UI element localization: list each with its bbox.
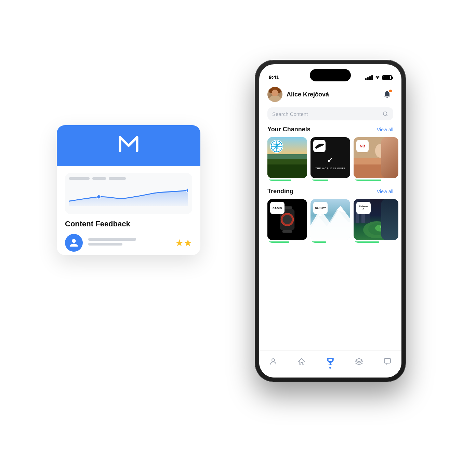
callaway-progress <box>354 241 379 243</box>
app-logo <box>118 135 139 156</box>
status-time: 9:41 <box>269 74 279 80</box>
callaway-logo: Callaway ✓ <box>356 202 371 214</box>
channel-card-nike[interactable]: ✓ THE WORLD IS OURS <box>310 137 350 181</box>
phone: 9:41 <box>255 60 406 382</box>
nb-logo: NB <box>356 140 369 152</box>
nike-image: ✓ THE WORLD IS OURS <box>310 137 350 178</box>
oakley-progress <box>310 241 326 243</box>
chart-area <box>65 173 192 214</box>
user-avatar <box>267 87 282 102</box>
feedback-card: Content Feedback ★★ <box>57 125 200 255</box>
trending-card-casio[interactable]: CASIO <box>267 199 307 243</box>
chat-icon <box>383 357 392 366</box>
chart-svg <box>69 183 188 207</box>
feedback-title: Content Feedback <box>65 220 192 228</box>
svg-point-34 <box>282 215 292 224</box>
chart-labels <box>69 177 188 180</box>
channels-grid: BAYER AG <box>267 137 393 181</box>
user-name: Alice Krejčová <box>287 91 377 98</box>
feedback-user-row: ★★ <box>65 234 192 252</box>
bottom-nav <box>259 350 401 378</box>
trending-title: Trending <box>267 188 293 195</box>
channels-title: Your Channels <box>267 126 310 133</box>
signal-icon <box>365 75 373 80</box>
notification-dot <box>389 90 392 92</box>
channels-section: Your Channels View all <box>259 126 401 181</box>
svg-point-1 <box>186 188 188 193</box>
bayer-logo: BAYER AG <box>270 140 283 153</box>
bayer-image: BAYER AG <box>267 137 307 178</box>
nike-progress <box>310 180 328 181</box>
chart-label-bar <box>109 177 126 180</box>
feedback-stars: ★★ <box>175 237 192 249</box>
nav-item-learn[interactable] <box>355 357 363 366</box>
trophy-icon <box>326 357 335 366</box>
feedback-card-header <box>57 125 200 166</box>
trending-section: Trending View all <box>259 188 401 243</box>
channels-view-all[interactable]: View all <box>377 127 393 132</box>
nav-item-profile[interactable] <box>269 357 277 366</box>
nb-progress <box>354 180 381 181</box>
status-icons <box>365 75 392 80</box>
trending-view-all[interactable]: View all <box>377 189 393 194</box>
bell-button[interactable] <box>381 88 393 101</box>
feedback-avatar <box>65 234 83 252</box>
feedback-card-body: Content Feedback ★★ <box>57 166 200 255</box>
svg-point-48 <box>272 359 275 361</box>
scene: Content Feedback ★★ <box>50 50 426 426</box>
profile-icon <box>269 357 277 366</box>
oakley-logo: OAKLEY <box>313 202 328 214</box>
app-header: Alice Krejčová <box>259 83 401 105</box>
dynamic-island <box>310 69 351 81</box>
search-bar[interactable]: Search Content <box>267 107 393 120</box>
svg-rect-12 <box>267 164 307 178</box>
nike-logo <box>313 140 326 152</box>
trending-grid: CASIO <box>267 199 393 243</box>
phone-outer: 9:41 <box>255 60 406 382</box>
casio-progress <box>267 241 289 243</box>
trending-section-header: Trending View all <box>267 188 393 195</box>
wifi-icon <box>375 76 380 80</box>
channel-overflow-card <box>381 137 398 178</box>
phone-content: Alice Krejčová Search Content <box>259 83 401 378</box>
book-icon <box>355 357 363 366</box>
feedback-bar-short <box>88 243 122 246</box>
casio-image: CASIO <box>267 199 307 240</box>
svg-point-0 <box>97 195 101 199</box>
phone-inner: 9:41 <box>259 64 401 378</box>
battery-icon <box>382 75 392 80</box>
nav-item-chat[interactable] <box>383 357 392 366</box>
svg-point-7 <box>272 90 278 96</box>
trending-wrapper: CASIO <box>267 199 393 243</box>
chart-label-bar <box>92 177 106 180</box>
trending-card-oakley[interactable]: OAKLEY <box>310 199 350 243</box>
feedback-user-info <box>88 238 167 248</box>
chart-label-bar <box>69 177 90 180</box>
search-icon <box>382 111 388 117</box>
channels-wrapper: BAYER AG <box>267 137 393 181</box>
svg-rect-30 <box>282 230 292 233</box>
svg-text:✓: ✓ <box>327 156 334 164</box>
trending-overflow-card <box>381 199 398 240</box>
svg-text:AG: AG <box>276 147 278 149</box>
oakley-image: OAKLEY <box>310 199 350 240</box>
search-placeholder: Search Content <box>272 111 380 117</box>
channels-section-header: Your Channels View all <box>267 126 393 133</box>
home-icon <box>298 357 306 366</box>
channel-card-bayer[interactable]: BAYER AG <box>267 137 307 181</box>
avatar-image <box>267 87 282 102</box>
active-nav-dot <box>329 367 331 369</box>
nav-item-trophy[interactable] <box>326 357 335 366</box>
nav-item-home[interactable] <box>298 357 306 366</box>
bayer-progress <box>267 180 291 181</box>
casio-logo: CASIO <box>270 202 285 214</box>
svg-text:THE WORLD IS OURS: THE WORLD IS OURS <box>316 167 345 170</box>
feedback-bar-long <box>88 238 136 241</box>
svg-rect-49 <box>384 358 391 363</box>
